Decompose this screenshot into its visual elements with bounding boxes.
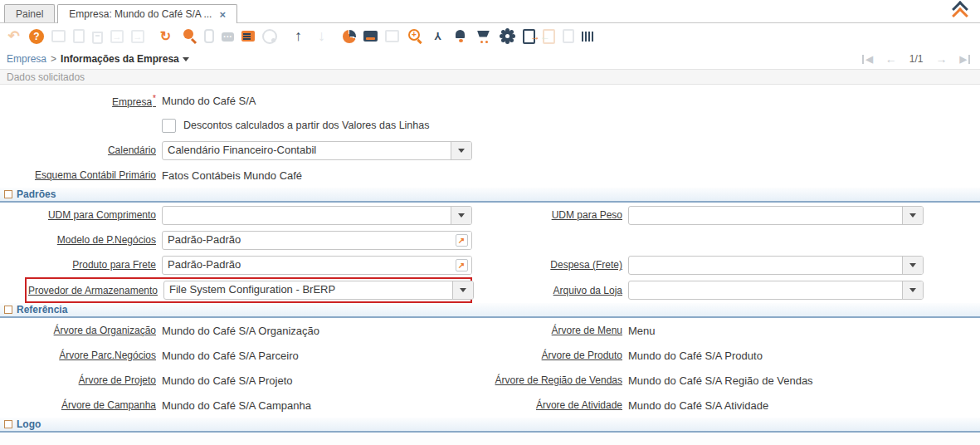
arquivo-loja-label[interactable]: Arquivo da Loja — [553, 285, 622, 296]
dropdown-arrow-icon — [909, 263, 916, 267]
breadcrumb-link-empresa[interactable]: Empresa — [7, 53, 46, 65]
arvore-menu-label[interactable]: Árvore de Menu — [552, 325, 622, 336]
zoom-across-icon[interactable] — [407, 28, 422, 45]
request-cart-icon[interactable] — [476, 28, 492, 45]
new-record-icon[interactable] — [51, 30, 66, 42]
udm-peso-label[interactable]: UDM para Peso — [552, 209, 622, 221]
group-header-dados-solicitados: Dados solicitados — [0, 69, 980, 85]
arvore-regiao-vendas-label[interactable]: Árvore de Região de Vendas — [495, 374, 622, 386]
breadcrumb: Empresa > Informações da Empresa — [7, 53, 189, 65]
section-referencia-title: Referência — [17, 304, 67, 315]
provedor-armazenamento-dropdown-button[interactable] — [452, 281, 473, 299]
arquivo-loja-dropdown-button[interactable] — [902, 281, 923, 299]
calendario-label[interactable]: Calendário — [108, 144, 156, 156]
next-record-icon[interactable]: → — [936, 53, 948, 65]
barcode-icon[interactable] — [582, 32, 595, 42]
udm-comprimento-dropdown-button[interactable] — [451, 207, 471, 224]
produto-frete-search-field[interactable]: Padrão-Padrão ↗ — [162, 256, 472, 275]
close-tab-icon[interactable]: × — [219, 9, 226, 20]
notifications-icon[interactable] — [453, 28, 469, 45]
section-header-logo[interactable]: Logo — [0, 418, 980, 433]
collapse-section-icon[interactable] — [4, 306, 12, 314]
provedor-armazenamento-label[interactable]: Provedor de Armazenamento — [28, 285, 158, 296]
despesa-frete-combobox[interactable] — [628, 256, 924, 275]
print-icon[interactable] — [385, 30, 399, 42]
provedor-armazenamento-value[interactable]: File System Configuration - BrERP — [164, 281, 452, 299]
modelo-pnegocios-search-field[interactable]: Padrão-Padrão ↗ — [162, 231, 472, 250]
udm-peso-value[interactable] — [629, 207, 902, 224]
section-header-referencia[interactable]: Referência — [0, 303, 980, 318]
produto-frete-zoom-button[interactable]: ↗ — [451, 257, 471, 274]
chat-icon[interactable] — [222, 32, 234, 42]
find-icon[interactable] — [181, 28, 197, 45]
arquivo-loja-value[interactable] — [629, 281, 902, 299]
despesa-frete-label[interactable]: Despesa (Frete) — [550, 259, 622, 271]
modelo-pnegocios-value[interactable]: Padrão-Padrão — [163, 232, 451, 249]
help-icon[interactable]: ? — [29, 29, 44, 44]
save-create-record-icon[interactable] — [131, 30, 144, 43]
collapse-section-icon[interactable] — [4, 420, 12, 428]
empresa-label[interactable]: Empresa* — [112, 94, 156, 108]
tab-empresa[interactable]: Empresa: Mundo do Café S/A ... × — [57, 4, 237, 23]
empresa-value: Mundo do Café S/A — [162, 95, 472, 107]
esquema-contabil-label[interactable]: Esquema Contábil Primário — [35, 169, 156, 181]
settings-icon[interactable] — [500, 28, 515, 45]
breadcrumb-current[interactable]: Informações da Empresa — [61, 53, 179, 65]
arvore-parc-negocios-label[interactable]: Árvore Parc.Negócios — [59, 350, 156, 361]
arvore-atividade-label[interactable]: Árvore de Atividade — [536, 399, 622, 411]
previous-record-icon[interactable]: ← — [885, 53, 897, 65]
first-record-icon[interactable]: ◀ — [862, 55, 872, 64]
collapse-section-icon[interactable] — [4, 190, 12, 198]
refresh-icon[interactable]: ↻ — [158, 28, 173, 45]
report-icon[interactable] — [241, 31, 255, 42]
breadcrumb-row: Empresa > Informações da Empresa ◀ ← 1/1… — [0, 49, 980, 69]
file-import-icon[interactable] — [563, 29, 574, 43]
modelo-pnegocios-zoom-button[interactable]: ↗ — [451, 232, 471, 249]
attachment-icon[interactable] — [204, 29, 214, 43]
provedor-armazenamento-combobox[interactable]: File System Configuration - BrERP — [163, 281, 474, 300]
udm-comprimento-value[interactable] — [163, 207, 451, 224]
undo-icon[interactable]: ↶ — [6, 28, 22, 45]
logo-section-body — [0, 433, 980, 445]
delete-record-icon[interactable] — [92, 32, 103, 44]
dropdown-arrow-icon — [460, 288, 466, 292]
despesa-frete-dropdown-button[interactable] — [902, 257, 923, 274]
udm-comprimento-combobox[interactable] — [162, 206, 472, 225]
workflow-icon[interactable]: Y — [430, 28, 446, 45]
arvore-campanha-label[interactable]: Árvore de Campanha — [61, 399, 156, 411]
chart-icon[interactable] — [343, 30, 356, 43]
calendario-value[interactable]: Calendário Financeiro-Contabil — [163, 142, 451, 159]
row-esquema-contabil: Esquema Contábil Primário Fatos Contábei… — [0, 163, 980, 188]
udm-comprimento-label[interactable]: UDM para Comprimento — [48, 209, 156, 221]
arvore-produto-label[interactable]: Árvore de Produto — [542, 350, 622, 361]
door-in-icon[interactable] — [543, 29, 555, 44]
arvore-projeto-label[interactable]: Árvore de Projeto — [79, 374, 156, 386]
despesa-frete-value[interactable] — [629, 257, 902, 274]
save-record-icon[interactable] — [110, 30, 124, 43]
calendario-dropdown-button[interactable] — [451, 142, 471, 159]
logout-icon[interactable] — [523, 29, 535, 44]
archive-icon[interactable] — [363, 31, 378, 42]
parent-record-icon[interactable]: ↑ — [290, 28, 306, 45]
udm-peso-combobox[interactable] — [628, 206, 924, 225]
detail-record-icon[interactable]: ↓ — [314, 28, 329, 45]
produto-frete-value[interactable]: Padrão-Padrão — [163, 257, 451, 274]
arquivo-loja-combobox[interactable] — [628, 281, 924, 300]
calendario-combobox[interactable]: Calendário Financeiro-Contabil — [162, 141, 472, 160]
customize-icon[interactable] — [262, 29, 277, 44]
last-record-icon[interactable]: ▶ — [960, 55, 970, 64]
tab-painel[interactable]: Painel — [4, 4, 55, 22]
modelo-pnegocios-label[interactable]: Modelo de P.Negócios — [57, 234, 156, 246]
toolbar: ↶?↻↑↓Y — [0, 23, 980, 49]
row-arvore-4: Árvore de Campanha Mundo do Café S/A Cam… — [0, 393, 980, 418]
chevron-down-icon[interactable] — [183, 57, 189, 61]
arvore-organizacao-label[interactable]: Árvore da Organização — [54, 325, 156, 336]
arvore-campanha-value: Mundo do Café S/A Campanha — [162, 399, 472, 412]
arvore-produto-value: Mundo do Café S/A Produto — [628, 350, 924, 362]
collapse-header-icon[interactable] — [952, 2, 970, 19]
copy-record-icon[interactable] — [73, 29, 85, 43]
section-header-padroes[interactable]: Padrões — [0, 188, 980, 203]
udm-peso-dropdown-button[interactable] — [902, 207, 923, 224]
descontos-checkbox[interactable] — [162, 119, 176, 133]
produto-frete-label[interactable]: Produto para Frete — [72, 259, 156, 271]
